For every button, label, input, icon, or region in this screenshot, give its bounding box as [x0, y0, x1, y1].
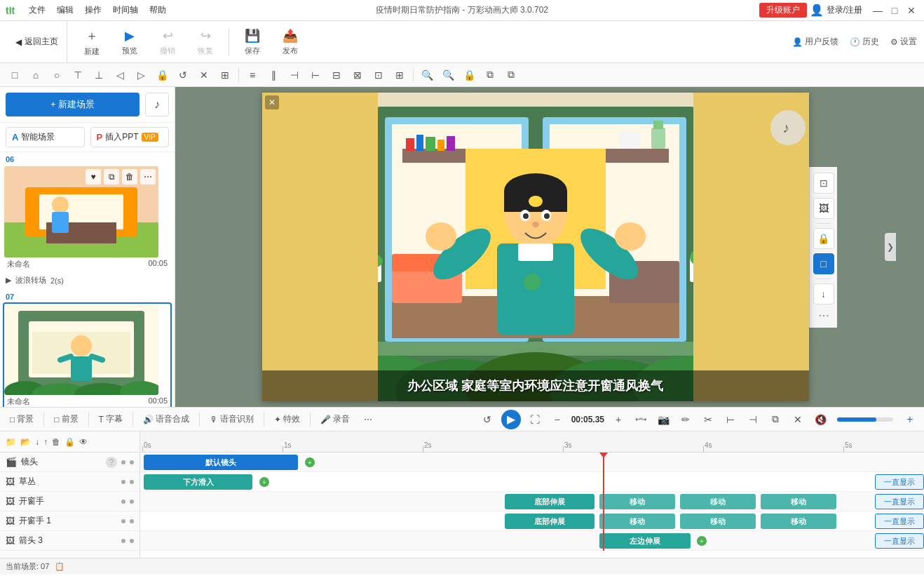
rsp-blue-btn[interactable]: □ [813, 253, 834, 274]
snapshot-button[interactable]: 📷 [655, 411, 672, 428]
zoom-in-button[interactable]: + [610, 411, 627, 428]
edit-button[interactable]: ✏ [677, 411, 694, 428]
tl-block-hand1-3[interactable]: 移动 [680, 494, 756, 509]
tl-background[interactable]: □ 背景 [6, 411, 38, 427]
scene-item-06[interactable]: 06 [3, 155, 172, 288]
tl-block-hand2-2[interactable]: 移动 [599, 514, 675, 529]
distribute-h[interactable]: ⊣ [285, 66, 304, 84]
mute-button[interactable]: 🔇 [812, 411, 829, 428]
show-layer-button[interactable]: 👁 [79, 437, 88, 447]
tl-foreground[interactable]: □ 前景 [50, 411, 82, 427]
flip-v[interactable]: ⊠ [348, 66, 367, 84]
rsp-screenshot[interactable]: ⊡ [813, 173, 834, 194]
track-dot-1[interactable] [121, 460, 125, 464]
publish-button[interactable]: 📤 发布 [273, 25, 308, 59]
tl-block-hand2-3[interactable]: 移动 [680, 514, 756, 529]
merge-button[interactable]: ⊣ [745, 411, 761, 428]
minus-tool[interactable]: ○ [48, 66, 66, 84]
history-button[interactable]: 🕐 历史 [850, 36, 879, 48]
play-tool[interactable]: ▷ [132, 66, 150, 84]
track-dot-grass-1[interactable] [121, 480, 125, 484]
delete-track-button[interactable]: ✕ [789, 411, 806, 428]
track-dot-arrow-2[interactable] [130, 539, 134, 543]
copy-track-button[interactable]: ⧉ [767, 411, 784, 428]
track-dot-hand2-2[interactable] [130, 519, 134, 523]
tl-block-hand1-4[interactable]: 移动 [761, 494, 836, 509]
flip-h[interactable]: ⊟ [327, 66, 346, 84]
split-button[interactable]: ⊢ [722, 411, 739, 428]
favorite-button-06[interactable]: ♥ [86, 169, 101, 185]
tl-tts[interactable]: 🔊 语音合成 [139, 411, 193, 427]
menu-file[interactable]: 文件 [29, 4, 46, 16]
tl-caption[interactable]: T 字幕 [95, 411, 127, 427]
more-scene-button-06[interactable]: ⋯ [140, 169, 156, 185]
maximize-button[interactable]: □ [888, 4, 902, 18]
lock-tool[interactable]: 🔒 [153, 66, 171, 84]
paste[interactable]: ⧉ [502, 66, 520, 84]
new-button[interactable]: ＋ 新建 [74, 25, 109, 60]
delete-scene-button-06[interactable]: 🗑 [122, 169, 137, 185]
ungroup[interactable]: ⊞ [390, 66, 409, 84]
zoom-in[interactable]: 🔍 [418, 66, 436, 84]
home-tool[interactable]: ⌂ [27, 66, 45, 84]
crop-tool[interactable]: ⊞ [216, 66, 234, 84]
play-button[interactable]: ▶ [501, 410, 521, 429]
scene-card-07[interactable]: 未命名 00:05 [3, 302, 172, 407]
menu-operate[interactable]: 操作 [85, 4, 102, 16]
new-scene-button[interactable]: + 新建场景 [6, 93, 140, 116]
reset-button[interactable]: ↺ [479, 411, 496, 428]
fullscreen-button[interactable]: ⛶ [526, 411, 543, 428]
align-top[interactable]: ⊤ [69, 66, 87, 84]
select-tool[interactable]: □ [6, 66, 24, 84]
scene-transition-06[interactable]: ▶ 波浪转场 2(s) [3, 272, 172, 288]
upgrade-button[interactable]: 升级账户 [759, 3, 807, 18]
zoom-out-button[interactable]: − [549, 411, 566, 428]
align-left[interactable]: ◁ [111, 66, 129, 84]
undo-button[interactable]: ↩ 撤销 [150, 25, 185, 59]
track-dot-arrow-1[interactable] [121, 539, 125, 543]
login-button[interactable]: 登录/注册 [827, 4, 862, 16]
tl-add-lens[interactable]: + [305, 457, 315, 467]
insert-ppt-button[interactable]: P 插入PPT VIP [90, 127, 170, 147]
scene-card-06[interactable]: ♥ ⧉ 🗑 ⋯ 未命名 00:05 [3, 165, 172, 272]
lock-aspect[interactable]: 🔒 [460, 66, 478, 84]
new-layer-button[interactable]: 📁 [6, 437, 16, 447]
tl-block-hand2-1[interactable]: 底部伸展 [505, 514, 595, 529]
menu-help[interactable]: 帮助 [149, 4, 166, 16]
tl-block-arrow-1[interactable]: 左边伸展 [599, 533, 691, 549]
group[interactable]: ⊡ [369, 66, 388, 84]
track-dot-grass-2[interactable] [130, 480, 134, 484]
scene-copy-icon[interactable]: 📋 [55, 562, 64, 571]
close-button[interactable]: ✕ [904, 4, 918, 18]
align-v-center[interactable]: ‖ [264, 66, 283, 84]
tl-block-hand1-1[interactable]: 底部伸展 [505, 494, 595, 509]
move-up-button[interactable]: ↑ [43, 437, 48, 447]
copy[interactable]: ⧉ [481, 66, 499, 84]
copy-scene-button-06[interactable]: ⧉ [104, 169, 119, 185]
redo-button[interactable]: ↪ 恢复 [188, 25, 223, 59]
question-icon-lens[interactable]: ? [106, 457, 117, 468]
tl-add-arrow[interactable]: + [697, 536, 707, 546]
menu-edit[interactable]: 编辑 [57, 4, 74, 16]
tl-more[interactable]: ⋯ [360, 413, 376, 427]
scene-item-07[interactable]: 07 [3, 293, 172, 407]
lock-layer-button[interactable]: 🔒 [64, 437, 75, 447]
back-home-button[interactable]: ◀ 返回主页 [7, 21, 67, 62]
tl-record[interactable]: 🎤 录音 [316, 411, 354, 427]
track-dot-hand1-1[interactable] [121, 500, 125, 504]
rotate-tool[interactable]: ↺ [174, 66, 192, 84]
canvas-close-button[interactable]: ✕ [265, 95, 279, 109]
panel-collapse-button[interactable]: ❯ [885, 233, 896, 261]
tl-block-grass[interactable]: 下方滑入 [144, 474, 252, 490]
rsp-lock[interactable]: 🔒 [813, 228, 834, 249]
settings-button[interactable]: ⚙ 设置 [890, 36, 917, 48]
align-h-center[interactable]: ≡ [243, 66, 261, 84]
import-button[interactable]: 📂 [20, 437, 31, 447]
tl-add-grass[interactable]: + [259, 477, 269, 487]
preview-button[interactable]: ▶ 预览 [112, 25, 147, 59]
add-track-button[interactable]: + [902, 411, 918, 428]
feedback-button[interactable]: 👤 用户反馈 [792, 36, 838, 48]
rsp-more-button[interactable]: ⋯ [818, 309, 829, 322]
tl-stt[interactable]: 🎙 语音识别 [205, 411, 258, 427]
tl-block-lens[interactable]: 默认镜头 [144, 455, 298, 470]
